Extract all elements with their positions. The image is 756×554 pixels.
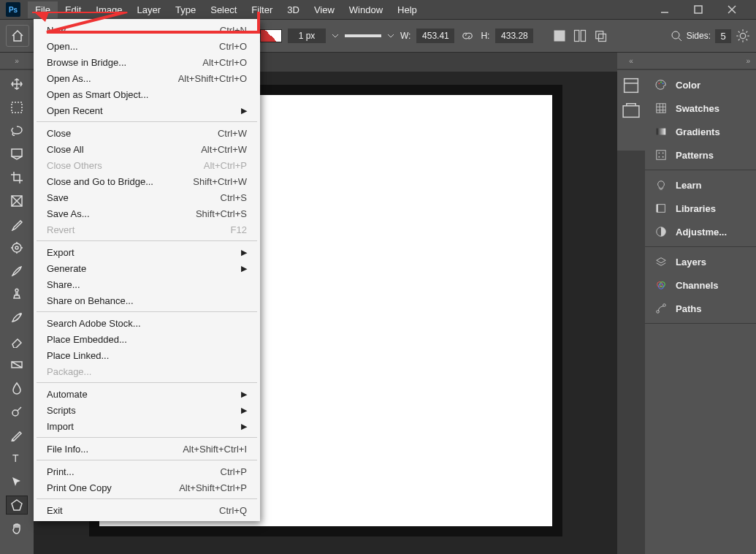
menu-shortcut: Alt+Shift+Ctrl+P <box>179 482 247 493</box>
align-icon[interactable] <box>573 29 587 43</box>
tool-crop[interactable] <box>6 168 28 187</box>
menu-shortcut: Alt+Ctrl+O <box>202 57 247 68</box>
menu-help[interactable]: Help <box>390 1 424 18</box>
menu-3d[interactable]: 3D <box>280 1 307 18</box>
chevron-down-icon[interactable] <box>387 32 394 39</box>
menu-item-place-linked[interactable]: Place Linked... <box>34 347 260 363</box>
menu-item-label: Package... <box>47 366 91 377</box>
tool-history[interactable] <box>6 308 28 327</box>
menu-item-label: Scripts <box>47 405 76 416</box>
history-panel-icon[interactable] <box>621 76 641 95</box>
menu-select[interactable]: Select <box>203 1 244 18</box>
menu-filter[interactable]: Filter <box>244 1 280 18</box>
height-field[interactable]: 433.28 <box>495 29 533 43</box>
menu-item-print[interactable]: Print...Ctrl+P <box>34 463 260 479</box>
menu-item-open[interactable]: Open...Ctrl+O <box>34 38 260 54</box>
menu-item-print-one-copy[interactable]: Print One CopyAlt+Shift+Ctrl+P <box>34 479 260 496</box>
sides-field[interactable]: 5 <box>715 29 731 43</box>
menu-item-save-as[interactable]: Save As...Shift+Ctrl+S <box>34 205 260 221</box>
tool-blur[interactable] <box>6 379 28 398</box>
tool-lasso[interactable] <box>6 121 28 140</box>
panel-collapse[interactable]: » <box>645 53 756 69</box>
menu-item-scripts[interactable]: Scripts▶ <box>34 402 260 418</box>
panel-paths[interactable]: Paths <box>645 297 756 320</box>
tool-dodge[interactable] <box>6 402 28 421</box>
menu-item-open-recent[interactable]: Open Recent▶ <box>34 102 260 118</box>
menu-item-automate[interactable]: Automate▶ <box>34 386 260 402</box>
menu-item-generate[interactable]: Generate▶ <box>34 260 260 276</box>
menu-edit[interactable]: Edit <box>58 1 88 18</box>
menu-item-file-info[interactable]: File Info...Alt+Shift+Ctrl+I <box>34 441 260 457</box>
close-window-button[interactable] <box>725 3 738 16</box>
maximize-button[interactable] <box>692 3 705 16</box>
menu-image[interactable]: Image <box>88 1 129 18</box>
menu-item-close[interactable]: CloseCtrl+W <box>34 125 260 141</box>
tool-marquee[interactable] <box>6 98 28 117</box>
gradient-icon <box>654 125 668 138</box>
panel-swatches[interactable]: Swatches <box>645 96 756 120</box>
menu-item-export[interactable]: Export▶ <box>34 244 260 260</box>
gear-icon[interactable] <box>736 29 750 43</box>
search-icon[interactable] <box>671 30 682 42</box>
path-ops-icon[interactable] <box>552 29 567 43</box>
tool-gradient[interactable] <box>6 355 28 374</box>
panel-adjustme[interactable]: Adjustme... <box>645 220 756 243</box>
menu-window[interactable]: Window <box>342 1 390 18</box>
panel-learn[interactable]: Learn <box>645 173 756 197</box>
menu-item-open-as-smart-object[interactable]: Open as Smart Object... <box>34 86 260 102</box>
toolbar-collapse[interactable]: » <box>0 53 34 69</box>
tool-type[interactable]: T <box>6 449 28 468</box>
menu-item-new[interactable]: New...Ctrl+N <box>34 22 260 38</box>
menu-layer[interactable]: Layer <box>130 1 169 18</box>
menu-item-label: Share on Behance... <box>47 295 134 306</box>
tool-polygon[interactable] <box>6 496 28 515</box>
menu-type[interactable]: Type <box>168 1 203 18</box>
menu-item-close-all[interactable]: Close AllAlt+Ctrl+W <box>34 141 260 157</box>
stroke-style-preview[interactable] <box>345 34 381 37</box>
stroke-width-field[interactable]: 1 px <box>288 29 326 43</box>
properties-panel-icon[interactable] <box>621 101 641 120</box>
panel-channels[interactable]: Channels <box>645 273 756 297</box>
width-field[interactable]: 453.41 <box>416 29 454 43</box>
tool-move[interactable] <box>6 75 28 94</box>
tool-eraser[interactable] <box>6 332 28 351</box>
chevron-down-icon[interactable] <box>332 32 339 39</box>
menu-item-label: Place Embedded... <box>47 334 127 345</box>
menu-item-exit[interactable]: ExitCtrl+Q <box>34 502 260 518</box>
menu-item-close-and-go-to-bridge[interactable]: Close and Go to Bridge...Shift+Ctrl+W <box>34 173 260 189</box>
menu-item-share-on-behance[interactable]: Share on Behance... <box>34 292 260 308</box>
tool-hand[interactable] <box>6 519 28 538</box>
menu-item-save[interactable]: SaveCtrl+S <box>34 189 260 205</box>
pattern-icon <box>654 148 668 162</box>
arrange-icon[interactable] <box>593 29 608 43</box>
menu-item-open-as[interactable]: Open As...Alt+Shift+Ctrl+O <box>34 70 260 86</box>
tool-path-sel[interactable] <box>6 472 28 491</box>
tool-spot[interactable] <box>6 238 28 257</box>
menu-item-import[interactable]: Import▶ <box>34 418 260 434</box>
tool-brush[interactable] <box>6 262 28 281</box>
tool-wand[interactable] <box>6 145 28 164</box>
tool-pen[interactable] <box>6 425 28 444</box>
menu-item-place-embedded[interactable]: Place Embedded... <box>34 331 260 347</box>
panel-layers[interactable]: Layers <box>645 250 756 273</box>
menu-item-browse-in-bridge[interactable]: Browse in Bridge...Alt+Ctrl+O <box>34 54 260 70</box>
menu-item-share[interactable]: Share... <box>34 276 260 292</box>
minimize-button[interactable] <box>658 3 671 16</box>
panel-libraries[interactable]: Libraries <box>645 197 756 220</box>
menu-view[interactable]: View <box>307 1 342 18</box>
tool-frame[interactable] <box>6 191 28 210</box>
tool-eyedropper[interactable] <box>6 215 28 234</box>
tool-stamp[interactable] <box>6 285 28 304</box>
menu-file[interactable]: File <box>28 1 58 18</box>
panel-gradients[interactable]: Gradients <box>645 120 756 143</box>
menu-item-search-adobe-stock[interactable]: Search Adobe Stock... <box>34 315 260 331</box>
home-button[interactable] <box>6 25 29 47</box>
svg-rect-7 <box>596 31 603 39</box>
panel-label: Swatches <box>676 103 719 114</box>
panel-color[interactable]: Color <box>645 73 756 96</box>
panel-patterns[interactable]: Patterns <box>645 143 756 167</box>
mini-dock-collapse[interactable]: « <box>617 53 645 69</box>
stroke-noneswatch[interactable] <box>260 29 282 42</box>
link-icon[interactable] <box>460 29 475 43</box>
sides-label: Sides: <box>687 31 711 41</box>
